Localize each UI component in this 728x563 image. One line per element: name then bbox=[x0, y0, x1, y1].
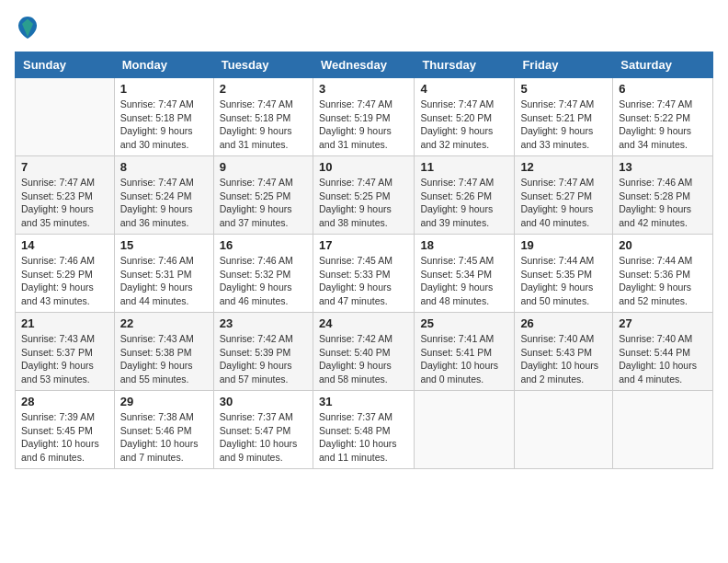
cell-date-number: 7 bbox=[21, 160, 108, 174]
logo bbox=[15, 15, 42, 40]
calendar-week-row: 21Sunrise: 7:43 AMSunset: 5:37 PMDayligh… bbox=[16, 313, 713, 391]
cell-date-number: 1 bbox=[120, 82, 208, 96]
cell-sun-info: Sunrise: 7:46 AMSunset: 5:29 PMDaylight:… bbox=[21, 254, 108, 308]
weekday-header-row: SundayMondayTuesdayWednesdayThursdayFrid… bbox=[16, 52, 713, 78]
cell-date-number: 5 bbox=[520, 82, 607, 96]
calendar-cell: 4Sunrise: 7:47 AMSunset: 5:20 PMDaylight… bbox=[415, 78, 515, 156]
cell-date-number: 4 bbox=[420, 82, 508, 96]
cell-date-number: 30 bbox=[220, 395, 307, 408]
cell-sun-info: Sunrise: 7:38 AMSunset: 5:46 PMDaylight:… bbox=[120, 410, 208, 465]
cell-sun-info: Sunrise: 7:37 AMSunset: 5:48 PMDaylight:… bbox=[319, 410, 408, 465]
page-header bbox=[15, 15, 713, 40]
calendar-cell: 6Sunrise: 7:47 AMSunset: 5:22 PMDaylight… bbox=[613, 78, 713, 156]
calendar-cell: 3Sunrise: 7:47 AMSunset: 5:19 PMDaylight… bbox=[313, 78, 414, 156]
cell-sun-info: Sunrise: 7:46 AMSunset: 5:31 PMDaylight:… bbox=[120, 254, 208, 308]
calendar-week-row: 7Sunrise: 7:47 AMSunset: 5:23 PMDaylight… bbox=[16, 156, 713, 235]
calendar-cell: 27Sunrise: 7:40 AMSunset: 5:44 PMDayligh… bbox=[613, 313, 713, 391]
calendar-cell: 2Sunrise: 7:47 AMSunset: 5:18 PMDaylight… bbox=[213, 78, 313, 156]
cell-date-number: 10 bbox=[319, 160, 408, 174]
logo-icon bbox=[15, 15, 40, 40]
cell-date-number: 14 bbox=[21, 238, 108, 252]
calendar-cell: 10Sunrise: 7:47 AMSunset: 5:25 PMDayligh… bbox=[313, 156, 414, 235]
calendar-cell: 11Sunrise: 7:47 AMSunset: 5:26 PMDayligh… bbox=[415, 156, 515, 235]
cell-sun-info: Sunrise: 7:37 AMSunset: 5:47 PMDaylight:… bbox=[220, 410, 307, 465]
calendar-cell: 7Sunrise: 7:47 AMSunset: 5:23 PMDaylight… bbox=[16, 156, 115, 235]
weekday-header-thursday: Thursday bbox=[415, 52, 515, 78]
cell-sun-info: Sunrise: 7:40 AMSunset: 5:44 PMDaylight:… bbox=[619, 332, 707, 386]
cell-sun-info: Sunrise: 7:47 AMSunset: 5:20 PMDaylight:… bbox=[420, 98, 508, 152]
cell-date-number: 22 bbox=[120, 316, 208, 330]
cell-date-number: 9 bbox=[220, 160, 307, 174]
calendar-cell bbox=[415, 391, 515, 469]
cell-date-number: 20 bbox=[619, 238, 707, 252]
cell-sun-info: Sunrise: 7:46 AMSunset: 5:28 PMDaylight:… bbox=[619, 176, 707, 230]
weekday-header-saturday: Saturday bbox=[613, 52, 713, 78]
cell-sun-info: Sunrise: 7:42 AMSunset: 5:40 PMDaylight:… bbox=[319, 332, 408, 386]
calendar-week-row: 1Sunrise: 7:47 AMSunset: 5:18 PMDaylight… bbox=[16, 78, 713, 156]
cell-date-number: 21 bbox=[21, 316, 108, 330]
cell-date-number: 25 bbox=[420, 316, 508, 330]
cell-sun-info: Sunrise: 7:42 AMSunset: 5:39 PMDaylight:… bbox=[220, 332, 307, 386]
cell-sun-info: Sunrise: 7:47 AMSunset: 5:26 PMDaylight:… bbox=[420, 176, 508, 230]
calendar-cell bbox=[16, 78, 115, 156]
cell-sun-info: Sunrise: 7:47 AMSunset: 5:25 PMDaylight:… bbox=[319, 176, 408, 230]
calendar-cell: 16Sunrise: 7:46 AMSunset: 5:32 PMDayligh… bbox=[213, 235, 313, 313]
calendar-cell: 18Sunrise: 7:45 AMSunset: 5:34 PMDayligh… bbox=[415, 235, 515, 313]
calendar-cell: 17Sunrise: 7:45 AMSunset: 5:33 PMDayligh… bbox=[313, 235, 414, 313]
weekday-header-tuesday: Tuesday bbox=[213, 52, 313, 78]
cell-date-number: 19 bbox=[520, 238, 607, 252]
weekday-header-monday: Monday bbox=[114, 52, 213, 78]
cell-date-number: 31 bbox=[319, 395, 408, 408]
calendar-cell: 5Sunrise: 7:47 AMSunset: 5:21 PMDaylight… bbox=[515, 78, 613, 156]
cell-sun-info: Sunrise: 7:40 AMSunset: 5:43 PMDaylight:… bbox=[520, 332, 607, 386]
cell-sun-info: Sunrise: 7:47 AMSunset: 5:23 PMDaylight:… bbox=[21, 176, 108, 230]
cell-date-number: 11 bbox=[420, 160, 508, 174]
calendar-cell: 12Sunrise: 7:47 AMSunset: 5:27 PMDayligh… bbox=[515, 156, 613, 235]
calendar-cell: 30Sunrise: 7:37 AMSunset: 5:47 PMDayligh… bbox=[213, 391, 313, 469]
cell-date-number: 16 bbox=[220, 238, 307, 252]
cell-date-number: 3 bbox=[319, 82, 408, 96]
cell-date-number: 15 bbox=[120, 238, 208, 252]
cell-date-number: 29 bbox=[120, 395, 208, 408]
cell-date-number: 18 bbox=[420, 238, 508, 252]
cell-sun-info: Sunrise: 7:44 AMSunset: 5:35 PMDaylight:… bbox=[520, 254, 607, 308]
calendar-cell: 23Sunrise: 7:42 AMSunset: 5:39 PMDayligh… bbox=[213, 313, 313, 391]
calendar-cell: 8Sunrise: 7:47 AMSunset: 5:24 PMDaylight… bbox=[114, 156, 213, 235]
weekday-header-sunday: Sunday bbox=[16, 52, 115, 78]
cell-date-number: 24 bbox=[319, 316, 408, 330]
calendar-table: SundayMondayTuesdayWednesdayThursdayFrid… bbox=[15, 52, 713, 469]
cell-sun-info: Sunrise: 7:45 AMSunset: 5:34 PMDaylight:… bbox=[420, 254, 508, 308]
calendar-cell: 20Sunrise: 7:44 AMSunset: 5:36 PMDayligh… bbox=[613, 235, 713, 313]
cell-sun-info: Sunrise: 7:47 AMSunset: 5:18 PMDaylight:… bbox=[220, 98, 307, 152]
cell-sun-info: Sunrise: 7:43 AMSunset: 5:38 PMDaylight:… bbox=[120, 332, 208, 386]
calendar-cell: 19Sunrise: 7:44 AMSunset: 5:35 PMDayligh… bbox=[515, 235, 613, 313]
calendar-cell: 22Sunrise: 7:43 AMSunset: 5:38 PMDayligh… bbox=[114, 313, 213, 391]
calendar-cell: 28Sunrise: 7:39 AMSunset: 5:45 PMDayligh… bbox=[16, 391, 115, 469]
cell-sun-info: Sunrise: 7:46 AMSunset: 5:32 PMDaylight:… bbox=[220, 254, 307, 308]
cell-sun-info: Sunrise: 7:47 AMSunset: 5:25 PMDaylight:… bbox=[220, 176, 307, 230]
cell-sun-info: Sunrise: 7:44 AMSunset: 5:36 PMDaylight:… bbox=[619, 254, 707, 308]
calendar-cell bbox=[515, 391, 613, 469]
cell-sun-info: Sunrise: 7:47 AMSunset: 5:21 PMDaylight:… bbox=[520, 98, 607, 152]
calendar-cell: 9Sunrise: 7:47 AMSunset: 5:25 PMDaylight… bbox=[213, 156, 313, 235]
calendar-cell: 24Sunrise: 7:42 AMSunset: 5:40 PMDayligh… bbox=[313, 313, 414, 391]
cell-sun-info: Sunrise: 7:47 AMSunset: 5:24 PMDaylight:… bbox=[120, 176, 208, 230]
cell-date-number: 13 bbox=[619, 160, 707, 174]
calendar-cell: 21Sunrise: 7:43 AMSunset: 5:37 PMDayligh… bbox=[16, 313, 115, 391]
calendar-week-row: 28Sunrise: 7:39 AMSunset: 5:45 PMDayligh… bbox=[16, 391, 713, 469]
calendar-cell: 31Sunrise: 7:37 AMSunset: 5:48 PMDayligh… bbox=[313, 391, 414, 469]
calendar-cell: 15Sunrise: 7:46 AMSunset: 5:31 PMDayligh… bbox=[114, 235, 213, 313]
calendar-cell: 29Sunrise: 7:38 AMSunset: 5:46 PMDayligh… bbox=[114, 391, 213, 469]
cell-date-number: 8 bbox=[120, 160, 208, 174]
cell-date-number: 6 bbox=[619, 82, 707, 96]
calendar-cell bbox=[613, 391, 713, 469]
calendar-cell: 25Sunrise: 7:41 AMSunset: 5:41 PMDayligh… bbox=[415, 313, 515, 391]
cell-sun-info: Sunrise: 7:47 AMSunset: 5:19 PMDaylight:… bbox=[319, 98, 408, 152]
cell-sun-info: Sunrise: 7:47 AMSunset: 5:18 PMDaylight:… bbox=[120, 98, 208, 152]
weekday-header-wednesday: Wednesday bbox=[313, 52, 414, 78]
calendar-cell: 13Sunrise: 7:46 AMSunset: 5:28 PMDayligh… bbox=[613, 156, 713, 235]
cell-date-number: 27 bbox=[619, 316, 707, 330]
cell-sun-info: Sunrise: 7:47 AMSunset: 5:27 PMDaylight:… bbox=[520, 176, 607, 230]
weekday-header-friday: Friday bbox=[515, 52, 613, 78]
cell-sun-info: Sunrise: 7:39 AMSunset: 5:45 PMDaylight:… bbox=[21, 410, 108, 465]
